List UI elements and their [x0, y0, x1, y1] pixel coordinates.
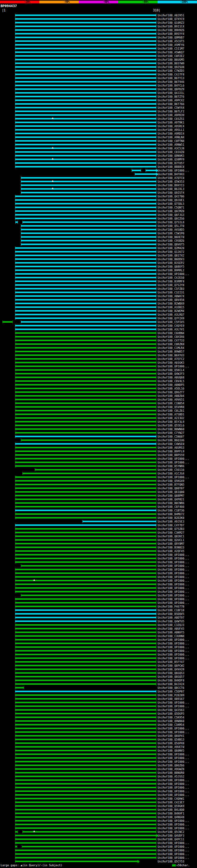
- hit-bar[interactable]: [15, 325, 156, 327]
- hit-label[interactable]: UniRef100_B5Y3L9: [158, 420, 185, 423]
- hit-label[interactable]: UniRef100_C4J7F8: [158, 73, 185, 76]
- hit-bar[interactable]: [15, 332, 156, 334]
- hit-bar[interactable]: [15, 591, 156, 592]
- hit-label[interactable]: UniRef100_Q0CCT6: [158, 686, 185, 689]
- hit-bar[interactable]: [15, 624, 156, 626]
- hit-bar[interactable]: [15, 373, 156, 374]
- hit-label[interactable]: UniRef100_UPI000...: [158, 557, 189, 560]
- hit-bar[interactable]: [15, 436, 156, 437]
- hit-bar[interactable]: [15, 443, 156, 445]
- hit-bar[interactable]: [15, 103, 156, 105]
- hit-bar[interactable]: [15, 735, 156, 737]
- hit-bar[interactable]: [15, 569, 156, 570]
- hit-label[interactable]: UniRef100_UPI000...: [158, 653, 189, 656]
- hit-label[interactable]: UniRef100_C8V4L5: [158, 380, 185, 383]
- hit-label[interactable]: UniRef100_UPI000...: [158, 760, 189, 763]
- hit-label[interactable]: UniRef100_A0NVY5: [158, 631, 185, 634]
- hit-label[interactable]: UniRef100_Q4N648: [158, 816, 185, 819]
- hit-label[interactable]: UniRef100_A5WKQ7: [158, 51, 185, 54]
- hit-bar[interactable]: [15, 617, 156, 618]
- hit-bar[interactable]: [15, 343, 156, 345]
- hit-label[interactable]: UniRef100_A7EFC2: [158, 358, 185, 361]
- hit-label[interactable]: UniRef100_A9RDI4: [158, 132, 185, 135]
- hit-label[interactable]: UniRef100_Q0PDZ9: [158, 88, 185, 91]
- hit-bar[interactable]: [21, 321, 156, 323]
- hit-label[interactable]: UniRef100_C5O116: [158, 468, 185, 471]
- hit-label[interactable]: UniRef100_Q0V6T5: [158, 243, 185, 246]
- hit-bar[interactable]: [15, 753, 156, 755]
- hit-bar[interactable]: [15, 654, 156, 655]
- hit-bar[interactable]: [21, 181, 156, 182]
- hit-label[interactable]: UniRef100_Q06Z66: [158, 764, 185, 767]
- hit-bar[interactable]: [15, 277, 156, 278]
- hit-label[interactable]: UniRef100_B4JX24: [158, 683, 185, 686]
- hit-bar[interactable]: [15, 502, 156, 504]
- hit-bar[interactable]: [15, 524, 156, 526]
- hit-bar[interactable]: [15, 706, 156, 707]
- hit-bar[interactable]: [15, 273, 156, 275]
- hit-label[interactable]: UniRef100_C4JEG0: [158, 276, 185, 279]
- hit-label[interactable]: UniRef100_A7SBD1: [158, 413, 185, 416]
- hit-bar[interactable]: [15, 846, 17, 847]
- hit-label[interactable]: UniRef100_A3LRQ7: [158, 313, 185, 316]
- hit-label[interactable]: UniRef100_B6UGM5: [158, 58, 185, 61]
- hit-label[interactable]: UniRef100_A8UQ68: [158, 376, 185, 379]
- hit-label[interactable]: UniRef100_C1MLR4: [158, 346, 185, 349]
- hit-label[interactable]: UniRef100_Q9W060: [158, 720, 185, 723]
- hit-label[interactable]: UniRef100_A9NLN4: [158, 136, 185, 139]
- hit-bar[interactable]: [15, 37, 156, 38]
- hit-label[interactable]: UniRef100_Q6BUY5: [158, 265, 185, 268]
- hit-bar[interactable]: [15, 85, 156, 86]
- hit-label[interactable]: UniRef100_B2WEM4: [158, 309, 185, 313]
- hit-label[interactable]: UniRef100_Q6PCW2: [158, 664, 185, 667]
- hit-bar[interactable]: [145, 170, 156, 171]
- hit-bar[interactable]: [15, 631, 156, 633]
- hit-bar[interactable]: [15, 635, 156, 637]
- hit-label[interactable]: UniRef100_UPI000...: [158, 568, 189, 571]
- hit-label[interactable]: UniRef100_A2QF45: [158, 550, 185, 553]
- hit-label[interactable]: UniRef100_C5DP07: [158, 690, 185, 693]
- hit-bar[interactable]: [15, 716, 156, 718]
- hit-bar[interactable]: [21, 177, 156, 179]
- hit-label[interactable]: UniRef100_C6F466: [158, 505, 185, 508]
- hit-label[interactable]: UniRef100_Q12672: [158, 250, 185, 253]
- hit-label[interactable]: UniRef100_UPI000...: [158, 856, 189, 859]
- hit-bar[interactable]: [15, 554, 156, 555]
- hit-label[interactable]: UniRef100_C7WZD5: [158, 69, 185, 72]
- hit-bar[interactable]: [15, 52, 156, 53]
- hit-bar[interactable]: [15, 303, 156, 304]
- hit-bar[interactable]: [15, 602, 156, 603]
- hit-bar[interactable]: [21, 236, 156, 238]
- hit-bar[interactable]: [15, 362, 156, 363]
- hit-bar[interactable]: [15, 388, 156, 389]
- hit-label[interactable]: UniRef100_P20289: [158, 694, 185, 697]
- hit-label[interactable]: UniRef100_A1CJG4: [158, 472, 185, 475]
- hit-label[interactable]: UniRef100_UPI000...: [158, 727, 189, 730]
- hit-bar[interactable]: [21, 232, 156, 234]
- hit-bar[interactable]: [15, 676, 156, 677]
- hit-bar[interactable]: [15, 347, 156, 348]
- hit-bar[interactable]: [15, 336, 156, 338]
- hit-bar[interactable]: [15, 340, 156, 341]
- hit-bar[interactable]: [15, 765, 156, 766]
- hit-label[interactable]: UniRef100_C5FZB3: [158, 287, 185, 290]
- hit-label[interactable]: UniRef100_Q4VA28: [158, 668, 185, 671]
- hit-label[interactable]: UniRef100_Q56PX8: [158, 742, 185, 745]
- hit-label[interactable]: UniRef100_A9TRK1: [158, 121, 185, 124]
- hit-bar[interactable]: [15, 151, 156, 153]
- hit-label[interactable]: UniRef100_Q66P41: [158, 734, 185, 738]
- hit-label[interactable]: UniRef100_B6T946: [158, 81, 185, 84]
- hit-label[interactable]: UniRef100_A5JSS2: [158, 775, 185, 778]
- hit-label[interactable]: UniRef100_A6URS3: [158, 446, 185, 449]
- hit-label[interactable]: UniRef100_Q5CY53: [158, 860, 185, 863]
- hit-label[interactable]: UniRef100_C9SBZ6: [158, 239, 185, 242]
- hit-bar[interactable]: [15, 506, 156, 507]
- hit-label[interactable]: UniRef100_Q9ZSU8: [158, 66, 185, 69]
- hit-bar[interactable]: [15, 532, 156, 533]
- hit-bar[interactable]: [23, 221, 156, 223]
- hit-bar[interactable]: [15, 203, 156, 205]
- hit-bar[interactable]: [15, 111, 156, 112]
- hit-bar[interactable]: [15, 462, 156, 463]
- hit-bar[interactable]: [15, 609, 156, 611]
- hit-label[interactable]: UniRef100_C1BF18: [158, 609, 185, 612]
